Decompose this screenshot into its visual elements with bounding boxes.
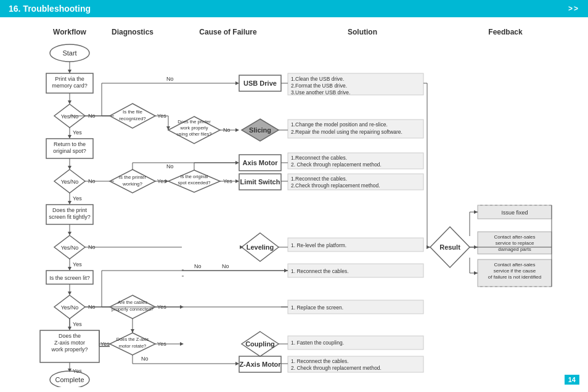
coupling-label: Coupling (245, 340, 275, 348)
arrow-zrotate (131, 329, 134, 333)
svg-text:screen fit tightly?: screen fit tightly? (49, 214, 91, 220)
usb-sol-text3: 3.Use another USB drive. (291, 89, 350, 96)
cables-text1: Are the cables (118, 300, 147, 305)
contact-cause-text1: Contact after-sales (494, 262, 535, 267)
contact-cause-text3: of failure is not identified (488, 274, 541, 280)
print-screen-text1: Does the print (52, 207, 88, 213)
svg-text:original spot?: original spot? (53, 148, 86, 154)
yesno1-label: Yes/No (61, 113, 79, 120)
contact-replace-text1: Contact after-sales (494, 234, 535, 240)
contact-cause-text2: service if the cause (494, 268, 536, 274)
svg-text:using other files?: using other files? (177, 131, 212, 137)
header-arrows: >> (568, 4, 579, 13)
usb-cause-label: USB Drive (243, 80, 277, 87)
z-rotate-text1: Does the Z-axis (116, 337, 149, 342)
col-workflow: Workflow (53, 28, 86, 36)
arrow-zaxis (235, 362, 239, 365)
start-label: Start (62, 49, 76, 57)
yesno2-label: Yes/No (61, 179, 79, 185)
screen-lit-text: Is the screen lit? (49, 275, 90, 281)
issue-fixed-label: Issue fixed (501, 210, 528, 216)
svg-text:Z-axis motor: Z-axis motor (54, 340, 85, 346)
yes-label3: Yes (73, 261, 82, 267)
no-usb-label: No (166, 76, 174, 82)
col-cause: Cause of Failure (199, 28, 257, 36)
svg-text:service to replace: service to replace (496, 240, 534, 246)
arrow-reconnect2 (284, 269, 288, 272)
col-feedback: Feedback (488, 28, 523, 36)
no-cables-label: No (194, 263, 202, 269)
slicing-sol-text1: 1.Change the model position and re-slice… (291, 121, 388, 128)
yes-label2: Yes (73, 195, 82, 202)
page-number: 14 (565, 375, 579, 385)
slicing-label: Slicing (249, 126, 271, 134)
reconnect-sol-text1: 1. Reconnect the cables. (291, 268, 349, 274)
limit-sol-text1: 1.Reconnect the cables. (291, 176, 347, 182)
col-diagnostics: Diagnostics (112, 28, 153, 36)
yes-label4: Yes (73, 321, 82, 327)
arrow-issue-fixed (474, 210, 478, 214)
usb-sol-text2: 2.Format the USB drive. (291, 83, 347, 89)
arrow-cause1 (235, 128, 239, 132)
complete-label: Complete (55, 376, 84, 383)
limit-sol-text2: 2.Check through replacement method. (291, 182, 380, 189)
svg-text:work properly?: work properly? (51, 346, 88, 353)
svg-text:spot exceeded?: spot exceeded? (178, 180, 211, 186)
axis-sol-text1: 1.Reconnect the cables. (291, 155, 347, 161)
print-memory-text: Print via the (55, 76, 84, 82)
yesno3-label: Yes/No (61, 245, 79, 251)
arrow-coupling (180, 342, 184, 346)
no-screen-label: No (222, 263, 229, 269)
printer-files-text1: Does the printer (178, 119, 211, 125)
leveling-sol-text1: 1. Re-level the platform. (291, 242, 346, 248)
yesno4-label: Yes/No (61, 304, 79, 311)
arrow-usb (235, 81, 239, 85)
arrow3 (68, 135, 71, 139)
no-zaxis-label: No (141, 356, 149, 362)
arrow-contact-cause (474, 271, 478, 275)
svg-text:motor rotate?: motor rotate? (119, 343, 147, 349)
svg-text:memory card?: memory card? (52, 83, 88, 89)
leveling-label: Leveling (247, 243, 274, 251)
svg-text:working?: working? (122, 181, 143, 187)
axis-motor-label: Axis Motor (243, 159, 279, 166)
arrow-result (427, 245, 430, 249)
file-recognized-text1: Is the file (123, 109, 143, 115)
z-axis-text1: Does the (59, 333, 81, 339)
limit-switch-label: Limit Switch (240, 178, 280, 186)
header-title: 16. Troubleshooting (9, 4, 91, 14)
z-sol-text1: 1. Reconnect the cables. (291, 358, 349, 364)
replace-sol-text1: 1. Replace the screen. (291, 304, 343, 311)
svg-text:properly connected?: properly connected? (112, 306, 153, 312)
arrow-limit (235, 179, 239, 183)
result-label: Result (439, 243, 460, 251)
arrow1 (68, 70, 71, 73)
axis-sol-text2: 2. Check through replacement method. (291, 161, 382, 168)
arrow5 (68, 201, 71, 205)
arrow10 (68, 369, 71, 372)
svg-text:recognized?: recognized? (119, 116, 146, 121)
z-axis-motor-label: Z-Axis Motor (239, 361, 281, 368)
arrow-diag2 (165, 179, 168, 183)
coupling-sol-text1: 1. Fasten the coupling. (291, 340, 344, 346)
z-sol-text2: 2. Check through replacement method. (291, 365, 382, 371)
slicing-sol-text2: 2.Repair the model using the repairing s… (291, 129, 402, 135)
return-original-text1: Return to the (54, 141, 86, 147)
svg-text:work properly: work properly (179, 125, 208, 131)
col-solution: Solution (348, 28, 377, 36)
printer-working-text1: Is the printer (119, 174, 147, 180)
arrow7 (68, 267, 71, 271)
yes-label1: Yes (73, 129, 82, 136)
no-axis-label: No (166, 163, 174, 169)
header: 16. Troubleshooting >> (0, 0, 588, 17)
usb-sol-text1: 1.Clean the USB drive. (291, 76, 344, 82)
spot-exceeded-text1: Is the original (181, 174, 208, 179)
